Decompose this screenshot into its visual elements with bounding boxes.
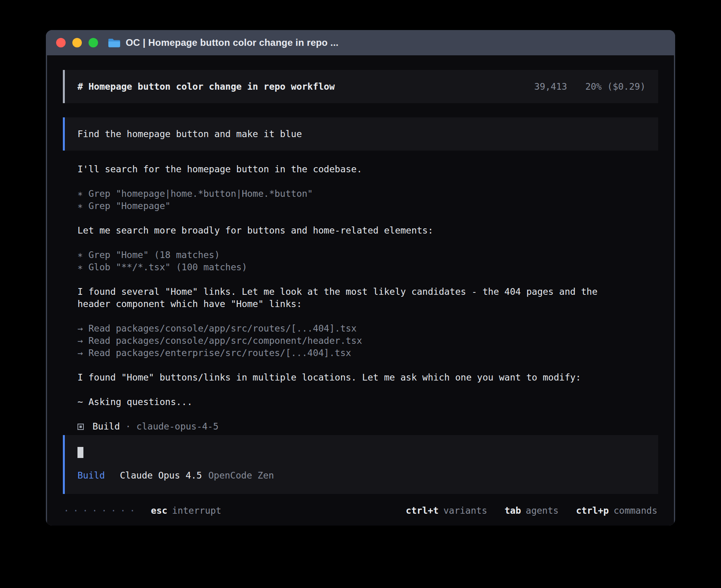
terminal-content: # Homepage button color change in repo w… bbox=[47, 55, 674, 526]
shortcut-key: tab bbox=[504, 505, 521, 517]
user-message: Find the homepage button and make it blu… bbox=[63, 117, 658, 151]
agent-separator: · bbox=[125, 420, 131, 433]
assistant-text: I found "Home" buttons/links in multiple… bbox=[77, 371, 623, 384]
terminal-window: OC | Homepage button color change in rep… bbox=[46, 30, 675, 526]
input-cursor bbox=[77, 447, 83, 458]
grep-tool-line: ∗ Grep "homepage|home.*button|Home.*butt… bbox=[77, 188, 658, 200]
assistant-text: Let me search more broadly for buttons a… bbox=[77, 224, 623, 237]
read-tool-line: → Read packages/console/app/src/routes/[… bbox=[77, 322, 658, 335]
session-meta: 39,413 20% ($0.29) bbox=[534, 81, 646, 93]
shortcut-key: ctrl+p bbox=[576, 505, 609, 517]
assistant-text: I found several "Home" links. Let me loo… bbox=[77, 286, 623, 310]
close-button[interactable] bbox=[56, 38, 66, 47]
esc-key: esc bbox=[151, 505, 168, 517]
window-title: OC | Homepage button color change in rep… bbox=[126, 37, 338, 48]
minimize-button[interactable] bbox=[72, 38, 82, 47]
model-label: Claude Opus 4.5 bbox=[120, 469, 202, 482]
user-message-text: Find the homepage button and make it blu… bbox=[77, 128, 302, 140]
assistant-transcript: I'll search for the homepage button in t… bbox=[63, 163, 658, 433]
status-bar: ········ esc interrupt ctrl+t variants t… bbox=[63, 505, 658, 517]
session-header: # Homepage button color change in repo w… bbox=[63, 70, 658, 103]
tool-call-group: ∗ Grep "Home" (18 matches) ∗ Glob "**/*.… bbox=[77, 249, 658, 273]
agent-name: Build bbox=[92, 420, 120, 433]
window-titlebar[interactable]: OC | Homepage button color change in rep… bbox=[46, 30, 675, 55]
agent-icon bbox=[77, 424, 84, 430]
shortcut-key: ctrl+t bbox=[406, 505, 439, 517]
shortcut-label: variants bbox=[444, 505, 487, 517]
zoom-button[interactable] bbox=[89, 38, 98, 47]
grep-tool-line: ∗ Grep "Home" (18 matches) bbox=[77, 249, 658, 261]
tool-call-group: ∗ Grep "homepage|home.*button|Home.*butt… bbox=[77, 188, 658, 212]
read-tool-line: → Read packages/enterprise/src/routes/[.… bbox=[77, 347, 658, 359]
esc-shortcut: esc interrupt bbox=[151, 505, 221, 517]
agent-model: claude-opus-4-5 bbox=[136, 420, 219, 433]
tool-call-group: → Read packages/console/app/src/routes/[… bbox=[77, 322, 658, 359]
prompt-input[interactable]: Build Claude Opus 4.5 OpenCode Zen bbox=[63, 435, 658, 494]
shortcut-label: commands bbox=[613, 505, 657, 517]
token-count: 39,413 bbox=[534, 81, 567, 93]
folder-icon bbox=[108, 38, 120, 48]
shortcut-hints: ctrl+t variants tab agents ctrl+p comman… bbox=[406, 505, 657, 517]
grep-tool-line: ∗ Grep "Homepage" bbox=[77, 200, 658, 212]
mode-badge: Build bbox=[77, 469, 105, 482]
shortcut-agents: tab agents bbox=[504, 505, 559, 517]
provider-label: OpenCode Zen bbox=[208, 469, 274, 482]
shortcut-label: agents bbox=[526, 505, 559, 517]
session-title: # Homepage button color change in repo w… bbox=[77, 81, 335, 93]
context-usage: 20% ($0.29) bbox=[585, 81, 646, 93]
shortcut-variants: ctrl+t variants bbox=[406, 505, 487, 517]
spinner-dots: ········ bbox=[64, 505, 139, 517]
asking-questions-status: ~ Asking questions... bbox=[77, 396, 623, 408]
glob-tool-line: ∗ Glob "**/*.tsx" (100 matches) bbox=[77, 261, 658, 273]
input-footer: Build Claude Opus 4.5 OpenCode Zen bbox=[77, 469, 646, 482]
shortcut-commands: ctrl+p commands bbox=[576, 505, 657, 517]
read-tool-line: → Read packages/console/app/src/componen… bbox=[77, 335, 658, 347]
esc-label: interrupt bbox=[172, 505, 221, 517]
agent-status-line: Build · claude-opus-4-5 bbox=[77, 420, 658, 433]
assistant-text: I'll search for the homepage button in t… bbox=[77, 163, 623, 175]
traffic-lights bbox=[56, 38, 98, 47]
